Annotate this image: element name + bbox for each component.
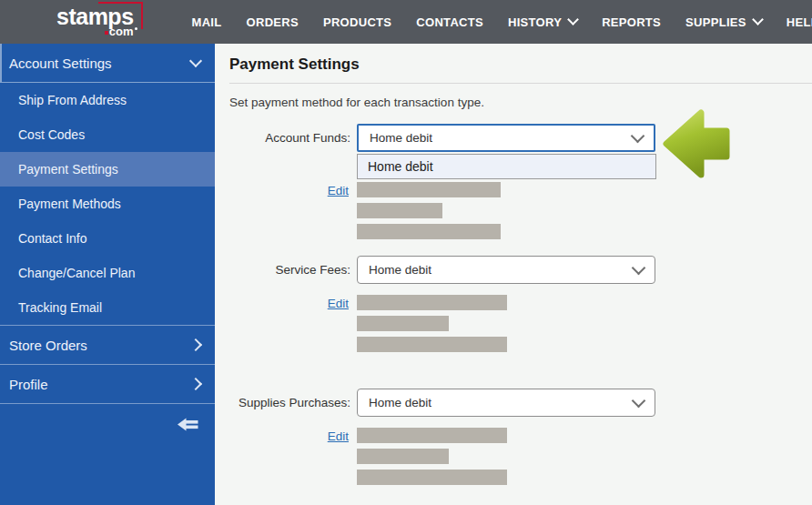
dropdown-option-home-debit[interactable]: Home debit — [358, 155, 655, 178]
section-account-funds: Account Funds: Home debit Home debit — [229, 124, 797, 239]
redacted-text-bar — [357, 428, 507, 443]
nav-item-reports[interactable]: REPORTS — [602, 15, 661, 29]
account-funds-selected-value: Home debit — [370, 131, 432, 145]
green-arrow-pointer-icon — [662, 106, 731, 181]
payment-settings-page: Payment Settings Set payment method for … — [215, 44, 812, 505]
section-service-fees: Service Fees: Home debit Edit — [229, 256, 797, 352]
service-fees-redacted-details — [357, 295, 507, 352]
sidebar-item-payment-methods[interactable]: Payment Methods — [0, 187, 215, 221]
service-fees-label: Service Fees: — [229, 256, 357, 284]
supplies-purchases-redacted-details — [357, 428, 507, 485]
page-title: Payment Settings — [229, 56, 797, 74]
redacted-text-bar — [357, 295, 507, 310]
chevron-down-icon — [631, 128, 645, 143]
nav-item-history[interactable]: HISTORY — [508, 15, 577, 29]
nav-item-contacts[interactable]: CONTACTS — [416, 15, 483, 29]
logo-wordmark: stamps — [56, 6, 143, 26]
sidebar-item-ship-from-address[interactable]: Ship From Address — [0, 83, 215, 117]
sidebar-item-payment-settings[interactable]: Payment Settings — [0, 152, 215, 187]
chevron-down-icon — [189, 55, 202, 67]
redacted-text-bar — [357, 203, 442, 218]
nav-item-orders[interactable]: ORDERS — [247, 15, 299, 29]
sidebar-section-account-settings[interactable]: Account Settings — [0, 44, 215, 83]
stamps-logo[interactable]: stamps com — [56, 6, 143, 37]
top-nav-bar: stamps com MAIL ORDERS PRODUCTS CONTACTS… — [0, 0, 812, 44]
settings-sidebar: Account Settings Ship From Address Cost … — [0, 44, 215, 505]
sidebar-item-tracking-email[interactable]: Tracking Email — [0, 290, 215, 325]
supplies-purchases-edit-link[interactable]: Edit — [328, 429, 349, 443]
service-fees-selected-value: Home debit — [369, 263, 431, 277]
section-supplies-purchases: Supplies Purchases: Home debit Edit — [229, 389, 797, 485]
collapse-sidebar-button[interactable] — [178, 416, 198, 433]
redacted-text-bar — [357, 337, 507, 352]
logo-red-bracket-icon — [98, 2, 143, 29]
sidebar-footer — [0, 403, 215, 444]
account-funds-redacted-details — [357, 182, 501, 239]
chevron-down-icon — [632, 393, 646, 408]
title-divider — [229, 83, 812, 84]
account-funds-dropdown[interactable]: Home debit — [357, 124, 655, 152]
supplies-purchases-dropdown[interactable]: Home debit — [357, 389, 655, 417]
sidebar-item-cost-codes[interactable]: Cost Codes — [0, 117, 215, 152]
redacted-text-bar — [357, 316, 449, 331]
nav-item-products[interactable]: PRODUCTS — [323, 15, 391, 29]
redacted-text-bar — [357, 449, 449, 464]
account-funds-dropdown-list: Home debit — [357, 154, 656, 179]
nav-item-supplies[interactable]: SUPPLIES — [685, 15, 762, 29]
redacted-text-bar — [357, 224, 501, 239]
account-funds-label: Account Funds: — [229, 124, 357, 152]
nav-item-help[interactable]: HELP — [787, 15, 812, 29]
chevron-down-icon — [752, 14, 764, 25]
chevron-down-icon — [632, 260, 646, 275]
collapse-left-icon — [178, 416, 198, 433]
sidebar-item-change-cancel-plan[interactable]: Change/Cancel Plan — [0, 256, 215, 290]
logo-dot-icon — [105, 31, 108, 35]
chevron-right-icon — [189, 378, 202, 390]
account-funds-edit-link[interactable]: Edit — [328, 184, 349, 197]
sidebar-item-contact-info[interactable]: Contact Info — [0, 221, 215, 256]
main-menu: MAIL ORDERS PRODUCTS CONTACTS HISTORY RE… — [192, 15, 812, 29]
chevron-right-icon — [189, 338, 202, 351]
chevron-down-icon — [567, 14, 579, 25]
supplies-purchases-selected-value: Home debit — [369, 396, 431, 409]
supplies-purchases-label: Supplies Purchases: — [229, 389, 357, 417]
nav-item-mail[interactable]: MAIL — [192, 15, 222, 29]
redacted-text-bar — [357, 182, 501, 197]
service-fees-edit-link[interactable]: Edit — [328, 297, 349, 310]
sidebar-section-store-orders[interactable]: Store Orders — [0, 325, 215, 364]
sidebar-section-profile[interactable]: Profile — [0, 364, 215, 403]
redacted-text-bar — [357, 470, 507, 485]
service-fees-dropdown[interactable]: Home debit — [357, 256, 655, 284]
